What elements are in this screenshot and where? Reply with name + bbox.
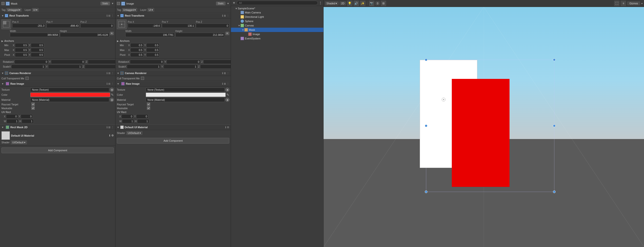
mask-shader-dropdown[interactable]: UI/Default ▾ <box>11 140 27 144</box>
image-texture-select-btn[interactable]: ◉ <box>226 88 229 92</box>
hierarchy-mask[interactable]: ▼ Mask <box>231 28 323 32</box>
viewport-scene[interactable] <box>324 7 644 247</box>
mask-scale-z-input[interactable] <box>85 64 116 69</box>
image-static-dropdown[interactable]: ▼ <box>227 2 229 5</box>
toolbar-num[interactable]: 0 <box>376 2 380 5</box>
fx-btn[interactable]: ✨ <box>360 1 366 6</box>
mask-uv-h-input[interactable] <box>22 119 34 124</box>
hierarchy-add-btn[interactable]: + <box>232 1 236 5</box>
mask-texture-select-btn[interactable]: ◉ <box>110 88 114 92</box>
image-pivot-x-input[interactable] <box>130 53 144 57</box>
mask-anchor-min-x-input[interactable] <box>15 43 28 48</box>
image-uv-y-input[interactable] <box>136 114 148 118</box>
mask-posz-input[interactable] <box>80 24 114 28</box>
mask-pivot-y-input[interactable] <box>31 53 44 57</box>
mask-rt-menu-icon[interactable]: ⋮ <box>111 14 114 17</box>
mask-ri-menu-icon[interactable]: ⋮ <box>111 82 114 86</box>
mask-rt-settings-icon[interactable]: ⊞ <box>108 14 110 17</box>
mask-rot-y-input[interactable] <box>51 60 85 64</box>
image-color-pick-icon[interactable]: ✎ <box>226 93 229 97</box>
mask-rot-x-input[interactable] <box>14 60 48 64</box>
image-size-edit-btn[interactable]: R <box>226 32 230 35</box>
camera-btn[interactable]: 📷 <box>369 1 374 6</box>
mask-mat-settings-icon[interactable]: ⚙ <box>112 134 114 137</box>
mask-size-edit-btn[interactable]: R <box>110 32 114 35</box>
mask-material-input[interactable] <box>30 98 109 102</box>
mask-raw-image-fold[interactable]: ▼ <box>2 82 4 85</box>
mask-rm-info-icon[interactable]: ℹ <box>106 126 108 129</box>
maximize-btn[interactable]: ⛶ <box>614 1 620 6</box>
image-rect-transform-fold[interactable]: ▼ <box>117 14 119 17</box>
image-maskable-checkbox[interactable] <box>147 106 150 110</box>
image-add-component-btn[interactable]: Add Component <box>117 138 229 144</box>
image-rt-info-icon[interactable]: ℹ <box>222 14 223 17</box>
image-static-badge[interactable]: Static <box>216 2 226 5</box>
mask-texture-input[interactable] <box>30 88 109 92</box>
mask-anchor-max-x-input[interactable] <box>15 48 28 52</box>
hierarchy-event-system[interactable]: EventSystem <box>231 36 323 41</box>
image-cr-menu-icon[interactable]: ⋮ <box>226 72 229 75</box>
image-shader-dropdown[interactable]: UI/Default ▾ <box>126 131 142 135</box>
mask-maskable-checkbox[interactable] <box>32 106 35 110</box>
mask-ri-info-icon[interactable]: ℹ <box>106 82 108 86</box>
hierarchy-directional-light[interactable]: Directional Light <box>231 15 323 19</box>
image-anchor-max-y-input[interactable] <box>146 48 160 52</box>
image-scale-x-input[interactable] <box>127 64 161 69</box>
mask-raycast-checkbox[interactable] <box>32 103 35 106</box>
image-anchors-fold[interactable]: ▶ <box>117 40 119 42</box>
image-texture-input[interactable] <box>146 88 225 92</box>
gizmos-btn[interactable]: Gizmos <box>627 2 640 5</box>
mask-uv-w-input[interactable] <box>6 119 18 124</box>
mask-rect-mask-fold[interactable]: ▼ <box>2 126 4 129</box>
hierarchy-canvas[interactable]: ▼ Canvas <box>231 23 323 28</box>
mask-uv-y-input[interactable] <box>21 114 33 118</box>
image-width-input[interactable] <box>125 33 175 37</box>
image-anchor-min-y-input[interactable] <box>146 43 160 48</box>
mask-cull-checkbox[interactable] <box>26 77 29 80</box>
image-rot-y-input[interactable] <box>166 60 200 64</box>
mask-scale-y-input[interactable] <box>48 64 82 69</box>
image-uv-w-input[interactable] <box>122 119 134 124</box>
grid-btn[interactable]: ⊞ <box>381 1 386 6</box>
image-rot-z-input[interactable] <box>203 60 231 64</box>
mask-active-checkbox[interactable] <box>2 2 4 5</box>
hierarchy-search-input[interactable] <box>237 1 318 5</box>
image-material-select-btn[interactable]: ◉ <box>226 98 229 102</box>
mask-mat-info-icon[interactable]: ℹ <box>109 134 110 137</box>
image-posx-input[interactable] <box>128 24 161 28</box>
image-cull-checkbox[interactable] <box>141 77 144 80</box>
mask-cr-settings-icon[interactable]: ⊞ <box>108 72 110 75</box>
image-anchor-min-x-input[interactable] <box>130 43 144 48</box>
mask-rect-transform-fold[interactable]: ▼ <box>2 14 4 17</box>
mask-uv-x-input[interactable] <box>6 114 18 118</box>
shading-dropdown[interactable]: Shaded ▾ <box>325 2 338 5</box>
mask-rt-info-icon[interactable]: ℹ <box>106 14 108 17</box>
image-scale-y-input[interactable] <box>164 64 198 69</box>
hierarchy-sphere[interactable]: Sphere <box>231 19 323 23</box>
mask-anchors-fold[interactable]: ▶ <box>2 40 3 42</box>
mask-layer-dropdown[interactable]: UI ▾ <box>32 8 39 12</box>
image-cr-info-icon[interactable]: ℹ <box>222 72 223 75</box>
mask-color-swatch[interactable] <box>30 92 110 97</box>
image-tag-dropdown[interactable]: Untagged ▾ <box>122 8 137 12</box>
mask-rm-settings-icon[interactable]: ⊞ <box>108 126 110 129</box>
image-material-input[interactable] <box>146 98 225 102</box>
mask-cr-menu-icon[interactable]: ⋮ <box>111 72 114 75</box>
image-uv-x-input[interactable] <box>122 114 134 118</box>
2d-mode-btn[interactable]: 2D <box>340 2 346 5</box>
image-height-input[interactable] <box>175 33 225 37</box>
hierarchy-menu-btn[interactable]: ⋮ <box>319 1 322 5</box>
mask-static-badge[interactable]: Static <box>100 2 110 5</box>
image-cr-settings-icon[interactable]: ⊞ <box>224 72 226 75</box>
mask-rm-menu-icon[interactable]: ⋮ <box>111 126 114 129</box>
hierarchy-image[interactable]: Image <box>231 32 323 36</box>
image-color-swatch[interactable] <box>146 92 226 97</box>
mask-posx-input[interactable] <box>12 24 46 28</box>
image-posz-input[interactable] <box>196 24 229 28</box>
image-rt-menu-icon[interactable]: ⋮ <box>226 14 229 17</box>
image-raw-image-fold[interactable]: ▼ <box>117 82 119 85</box>
mask-anchor-min-y-input[interactable] <box>31 43 44 48</box>
mask-pivot-icon[interactable] <box>2 20 11 29</box>
image-rot-x-input[interactable] <box>130 60 164 64</box>
image-canvas-renderer-fold[interactable]: ▼ <box>117 72 119 74</box>
